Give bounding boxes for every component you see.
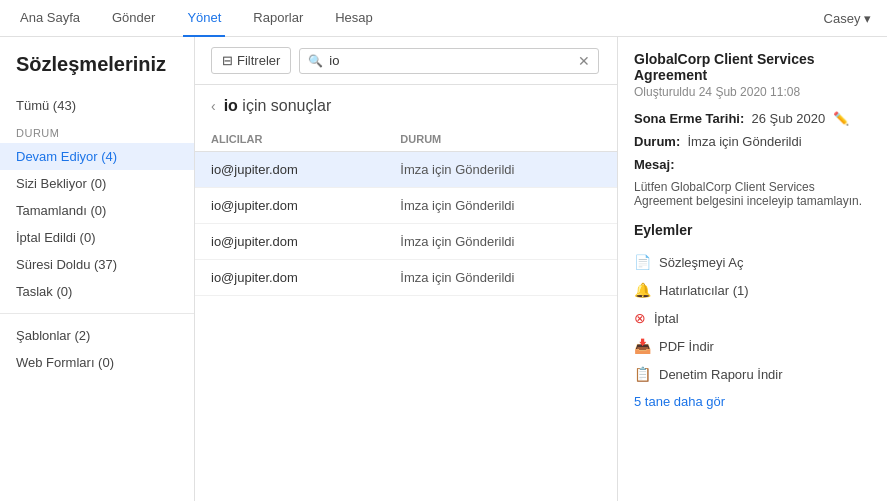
- sidebar-item-all[interactable]: Tümü (43): [0, 92, 194, 119]
- recipient-cell: io@jupiter.dom: [195, 152, 384, 188]
- table-row[interactable]: io@jupiter.dom İmza için Gönderildi: [195, 260, 617, 296]
- filter-icon: ⊟: [222, 53, 233, 68]
- edit-expiry-icon[interactable]: ✏️: [833, 111, 849, 126]
- nav-gonder[interactable]: Gönder: [108, 0, 159, 37]
- open-doc-icon: 📄: [634, 254, 651, 270]
- panel-expiry: Sona Erme Tarihi: 26 Şub 2020 ✏️: [634, 111, 871, 126]
- back-button[interactable]: ‹: [211, 98, 216, 114]
- search-header: ‹ io için sonuçlar: [195, 85, 617, 127]
- panel-message-label: Mesaj:: [634, 157, 871, 172]
- sidebar-divider: [0, 313, 194, 314]
- nav-ana-sayfa[interactable]: Ana Sayfa: [16, 0, 84, 37]
- table-row[interactable]: io@jupiter.dom İmza için Gönderildi: [195, 152, 617, 188]
- col-durum: DURUM: [384, 127, 617, 152]
- search-term: io: [224, 97, 238, 114]
- sidebar-item-taslak[interactable]: Taslak (0): [0, 278, 194, 305]
- sidebar-item-sizi-bekliyor[interactable]: Sizi Bekliyor (0): [0, 170, 194, 197]
- table-header-row: ALICILAR DURUM: [195, 127, 617, 152]
- search-clear-icon[interactable]: ✕: [578, 53, 590, 69]
- panel-created: Oluşturuldu 24 Şub 2020 11:08: [634, 85, 871, 99]
- action-open-label: Sözleşmeyi Aç: [659, 255, 744, 270]
- table-body: io@jupiter.dom İmza için Gönderildi io@j…: [195, 152, 617, 296]
- action-audit[interactable]: 📋 Denetim Raporu İndir: [634, 360, 871, 388]
- search-result-title: io için sonuçlar: [224, 97, 332, 115]
- main-layout: Sözleşmeleriniz Tümü (43) DURUM Devam Ed…: [0, 37, 887, 501]
- cancel-icon: ⊗: [634, 310, 646, 326]
- nav-hesap[interactable]: Hesap: [331, 0, 377, 37]
- panel-title: GlobalCorp Client Services Agreement: [634, 51, 871, 83]
- nav-raporlar[interactable]: Raporlar: [249, 0, 307, 37]
- right-panel: GlobalCorp Client Services Agreement Olu…: [617, 37, 887, 501]
- search-header-suffix: için sonuçlar: [238, 97, 331, 114]
- pdf-download-icon: 📥: [634, 338, 651, 354]
- expiry-value: 26 Şub 2020: [752, 111, 826, 126]
- sidebar-item-tamamlandi[interactable]: Tamamlandı (0): [0, 197, 194, 224]
- nav-user[interactable]: Casey ▾: [824, 11, 871, 26]
- table-row[interactable]: io@jupiter.dom İmza için Gönderildi: [195, 188, 617, 224]
- status-label: Durum:: [634, 134, 680, 149]
- filter-label: Filtreler: [237, 53, 280, 68]
- message-label: Mesaj:: [634, 157, 674, 172]
- results-table: ALICILAR DURUM io@jupiter.dom İmza için …: [195, 127, 617, 296]
- action-cancel[interactable]: ⊗ İptal: [634, 304, 871, 332]
- expiry-label: Sona Erme Tarihi:: [634, 111, 744, 126]
- sidebar: Sözleşmeleriniz Tümü (43) DURUM Devam Ed…: [0, 37, 195, 501]
- col-alicilar: ALICILAR: [195, 127, 384, 152]
- table-row[interactable]: io@jupiter.dom İmza için Gönderildi: [195, 224, 617, 260]
- sidebar-item-web-formlari[interactable]: Web Formları (0): [0, 349, 194, 376]
- sidebar-item-devam-ediyor[interactable]: Devam Ediyor (4): [0, 143, 194, 170]
- sidebar-item-sablonlar[interactable]: Şablonlar (2): [0, 322, 194, 349]
- search-icon: 🔍: [308, 54, 323, 68]
- filter-button[interactable]: ⊟ Filtreler: [211, 47, 291, 74]
- toolbar: ⊟ Filtreler 🔍 ✕: [195, 37, 617, 85]
- status-cell: İmza için Gönderildi: [384, 260, 617, 296]
- top-navigation: Ana Sayfa Gönder Yönet Raporlar Hesap Ca…: [0, 0, 887, 37]
- main-area: ⊟ Filtreler 🔍 ✕ ‹ io için sonuçlar: [195, 37, 887, 501]
- action-pdf[interactable]: 📥 PDF İndir: [634, 332, 871, 360]
- recipient-cell: io@jupiter.dom: [195, 188, 384, 224]
- status-cell: İmza için Gönderildi: [384, 152, 617, 188]
- action-pdf-label: PDF İndir: [659, 339, 714, 354]
- sidebar-item-iptal-edildi[interactable]: İptal Edildi (0): [0, 224, 194, 251]
- search-input[interactable]: [329, 53, 572, 68]
- sidebar-status-label: DURUM: [0, 119, 194, 143]
- action-open[interactable]: 📄 Sözleşmeyi Aç: [634, 248, 871, 276]
- status-cell: İmza için Gönderildi: [384, 224, 617, 260]
- action-reminders-label: Hatırlatıcılar (1): [659, 283, 749, 298]
- status-cell: İmza için Gönderildi: [384, 188, 617, 224]
- bell-icon: 🔔: [634, 282, 651, 298]
- panel-message-value: Lütfen GlobalCorp Client Services Agreem…: [634, 180, 871, 208]
- status-value: İmza için Gönderildi: [687, 134, 801, 149]
- sidebar-item-suresi-doldu[interactable]: Süresi Doldu (37): [0, 251, 194, 278]
- action-reminders[interactable]: 🔔 Hatırlatıcılar (1): [634, 276, 871, 304]
- table-head: ALICILAR DURUM: [195, 127, 617, 152]
- panel-status: Durum: İmza için Gönderildi: [634, 134, 871, 149]
- sidebar-title: Sözleşmeleriniz: [0, 53, 194, 92]
- nav-yonet[interactable]: Yönet: [183, 0, 225, 37]
- more-actions-link[interactable]: 5 tane daha gör: [634, 394, 871, 409]
- recipient-cell: io@jupiter.dom: [195, 224, 384, 260]
- recipient-cell: io@jupiter.dom: [195, 260, 384, 296]
- search-box: 🔍 ✕: [299, 48, 599, 74]
- action-audit-label: Denetim Raporu İndir: [659, 367, 783, 382]
- audit-report-icon: 📋: [634, 366, 651, 382]
- content-area: ⊟ Filtreler 🔍 ✕ ‹ io için sonuçlar: [195, 37, 617, 501]
- actions-title: Eylemler: [634, 222, 871, 238]
- action-cancel-label: İptal: [654, 311, 679, 326]
